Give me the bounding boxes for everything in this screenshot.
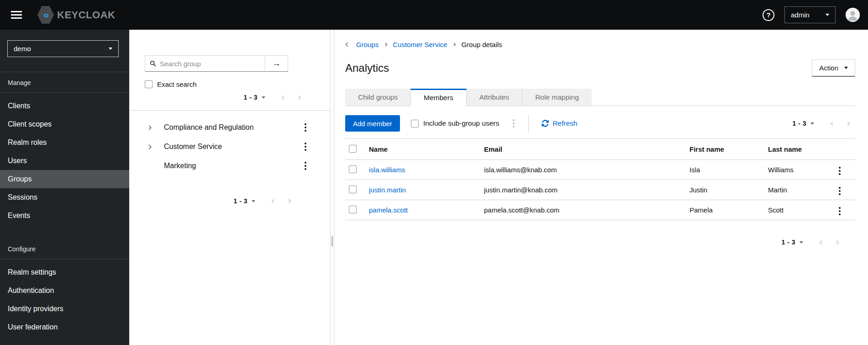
pagination-options-caret-icon[interactable] (252, 200, 255, 202)
member-name-link[interactable]: isla.williams (369, 166, 405, 174)
column-header-first-name: First name (686, 139, 764, 160)
sidebar-item-events[interactable]: Events (0, 207, 129, 225)
group-search-input-wrapper (145, 55, 265, 72)
group-tree-item: Customer Service (129, 137, 330, 156)
pagination-next-button[interactable] (281, 200, 296, 203)
row-checkbox[interactable] (349, 186, 357, 193)
toolbar-kebab-menu-button[interactable] (509, 117, 518, 130)
members-pagination-bottom: 1 - 3 (345, 237, 855, 248)
group-tree-item-label[interactable]: Customer Service (164, 143, 222, 151)
include-subgroups-label: Include sub-group users (423, 119, 499, 127)
group-tree-item: Compliance and Regulation (129, 118, 330, 137)
table-header-row: Name Email First name Last name (345, 139, 855, 160)
pagination-next-button[interactable] (291, 96, 306, 99)
kebab-menu-button[interactable] (301, 159, 310, 173)
group-tree-item-label[interactable]: Compliance and Regulation (164, 123, 254, 132)
refresh-button[interactable]: Refresh (542, 119, 577, 127)
sidebar-item-client-scopes[interactable]: Client scopes (0, 115, 129, 133)
resize-grip-icon (331, 236, 333, 246)
table-row: pamela.scott pamela.scott@knab.com Pamel… (345, 200, 855, 220)
sidebar-item-realm-roles[interactable]: Realm roles (0, 133, 129, 152)
chevron-right-icon (452, 42, 456, 46)
exact-search-control: Exact search (145, 80, 330, 88)
chevron-down-icon (826, 14, 829, 16)
breadcrumb-link-customer-service[interactable]: Customer Service (393, 41, 447, 48)
help-glyph: ? (766, 11, 770, 19)
expand-toggle[interactable] (147, 126, 164, 129)
breadcrumb-current: Group details (461, 41, 502, 48)
exact-search-checkbox[interactable] (145, 80, 153, 88)
chevron-left-icon (831, 121, 835, 126)
member-name-link[interactable]: pamela.scott (369, 206, 408, 214)
pagination-range: 1 - 3 (233, 197, 247, 205)
chevron-right-icon (147, 144, 152, 149)
kebab-menu-button[interactable] (301, 140, 310, 154)
add-member-button[interactable]: Add member (345, 115, 400, 132)
keycloak-brand-link[interactable]: ‹› KEYCLOAK (37, 6, 115, 24)
sidebar-nav: demo Manage Clients Client scopes Realm … (0, 30, 129, 345)
row-kebab-menu-button[interactable] (835, 204, 844, 218)
sidebar-item-authentication[interactable]: Authentication (0, 281, 129, 300)
member-first-name: Isla (686, 160, 764, 180)
sidebar-item-groups[interactable]: Groups (0, 170, 129, 188)
pagination-next-button[interactable] (829, 241, 844, 244)
include-subgroups-control: Include sub-group users (411, 119, 499, 127)
members-toolbar: Add member Include sub-group users Refre… (345, 113, 855, 133)
refresh-icon (542, 120, 549, 127)
help-icon[interactable]: ? (763, 9, 774, 21)
avatar[interactable] (846, 8, 860, 22)
pagination-prev-button[interactable] (276, 96, 291, 99)
user-menu-dropdown[interactable]: admin (784, 6, 836, 23)
sidebar-item-identity-providers[interactable]: Identity providers (0, 300, 129, 318)
member-name-link[interactable]: justin.martin (369, 186, 406, 194)
masthead: ‹› KEYCLOAK ? admin (0, 0, 868, 30)
sidebar-item-sessions[interactable]: Sessions (0, 188, 129, 207)
tab-members[interactable]: Members (410, 89, 467, 106)
search-group-input[interactable] (160, 60, 260, 68)
group-tree-item-label[interactable]: Marketing (164, 162, 196, 170)
column-header-email: Email (480, 139, 686, 160)
pagination-range: 1 - 3 (243, 94, 258, 101)
pagination-options-caret-icon[interactable] (262, 96, 265, 99)
kebab-menu-button[interactable] (301, 121, 310, 134)
pagination-range: 1 - 3 (792, 120, 806, 127)
breadcrumb-back-button[interactable] (345, 43, 350, 46)
tab-child-groups[interactable]: Child groups (345, 89, 410, 106)
chevron-right-icon (297, 95, 301, 100)
sidebar-configure-list: Realm settings Authentication Identity p… (0, 259, 129, 336)
sidebar-item-clients[interactable]: Clients (0, 97, 129, 115)
groups-pagination-bottom: 1 - 3 (129, 196, 330, 207)
search-submit-button[interactable]: → (265, 55, 288, 72)
include-subgroups-checkbox[interactable] (411, 120, 419, 127)
chevron-down-icon (109, 48, 112, 50)
group-details-content: Groups Customer Service Group details An… (334, 30, 868, 345)
sidebar-manage-list: Clients Client scopes Realm roles Users … (0, 93, 129, 225)
pagination-prev-button[interactable] (266, 200, 281, 203)
breadcrumb-link-groups[interactable]: Groups (356, 41, 379, 48)
panel-resize-handle[interactable] (330, 30, 334, 345)
sidebar-item-realm-settings[interactable]: Realm settings (0, 263, 129, 281)
tab-role-mapping[interactable]: Role mapping (522, 89, 592, 106)
select-all-checkbox[interactable] (349, 145, 357, 153)
row-checkbox[interactable] (349, 206, 357, 213)
breadcrumb: Groups Customer Service Group details (345, 40, 855, 49)
toolbar-divider (528, 114, 529, 133)
table-row: isla.williams isla.williams@knab.com Isl… (345, 160, 855, 180)
group-tree: Compliance and Regulation Customer Servi… (129, 118, 330, 175)
pagination-options-caret-icon[interactable] (800, 241, 803, 244)
row-checkbox[interactable] (349, 165, 357, 173)
pagination-prev-button[interactable] (814, 241, 829, 244)
pagination-next-button[interactable] (840, 122, 855, 125)
row-kebab-menu-button[interactable] (835, 164, 844, 178)
hamburger-menu-button[interactable] (8, 8, 25, 21)
sidebar-item-users[interactable]: Users (0, 152, 129, 170)
expand-toggle[interactable] (147, 145, 164, 149)
sidebar-item-user-federation[interactable]: User federation (0, 318, 129, 336)
tab-attributes[interactable]: Attributes (467, 89, 522, 106)
pagination-options-caret-icon[interactable] (810, 122, 814, 125)
chevron-left-icon (346, 42, 350, 47)
realm-selector[interactable]: demo (7, 40, 119, 57)
row-kebab-menu-button[interactable] (835, 184, 844, 198)
action-dropdown-button[interactable]: Action (812, 59, 855, 77)
pagination-prev-button[interactable] (825, 122, 840, 125)
